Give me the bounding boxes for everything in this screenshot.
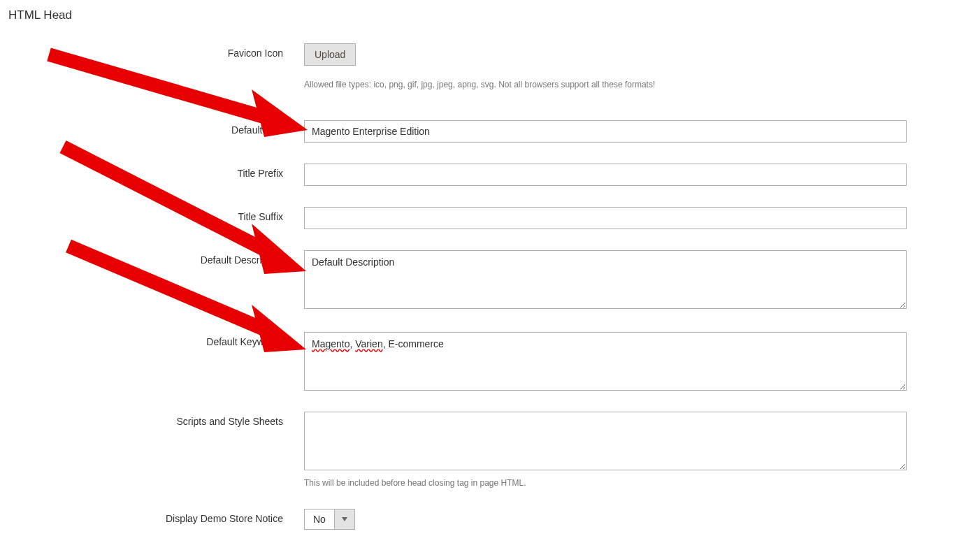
row-scripts: Scripts and Style Sheets This will be in… [0,412,980,488]
label-default-title: Default Title [0,120,304,136]
chevron-down-icon[interactable] [334,509,355,530]
title-suffix-field[interactable] [304,207,907,229]
form-wrapper: Favicon Icon Upload Allowed file types: … [0,22,980,530]
default-title-field[interactable] [304,120,907,143]
section-title: HTML Head [0,0,980,22]
row-default-keywords: Default Keywords Magento, Varien, E-comm… [0,332,980,391]
row-title-suffix: Title Suffix [0,207,980,229]
row-favicon: Favicon Icon Upload Allowed file types: … [0,43,980,89]
default-description-field[interactable]: Default Description [304,250,907,309]
label-title-suffix: Title Suffix [0,207,304,222]
demo-notice-value: No [304,509,334,530]
row-default-title: Default Title [0,120,980,143]
svg-marker-0 [342,517,347,521]
label-favicon: Favicon Icon [0,43,304,59]
title-prefix-field[interactable] [304,164,907,186]
scripts-helper-text: This will be included before head closin… [304,478,912,488]
default-keywords-field[interactable]: Magento, Varien, E-commerce [304,332,907,391]
row-demo-notice: Display Demo Store Notice No [0,509,980,530]
keyword-rest: , E-commerce [383,338,444,349]
keyword-varien: Varien [355,338,382,349]
row-default-description: Default Description Default Description [0,250,980,311]
label-title-prefix: Title Prefix [0,164,304,179]
label-scripts: Scripts and Style Sheets [0,412,304,427]
upload-button[interactable]: Upload [304,43,356,66]
row-title-prefix: Title Prefix [0,164,980,186]
label-demo-notice: Display Demo Store Notice [0,509,304,524]
demo-notice-select[interactable]: No [304,509,355,530]
favicon-helper-text: Allowed file types: ico, png, gif, jpg, … [304,80,912,89]
keyword-magento: Magento [312,338,350,349]
label-default-keywords: Default Keywords [0,332,304,347]
scripts-field[interactable] [304,412,907,470]
label-default-description: Default Description [0,250,304,266]
